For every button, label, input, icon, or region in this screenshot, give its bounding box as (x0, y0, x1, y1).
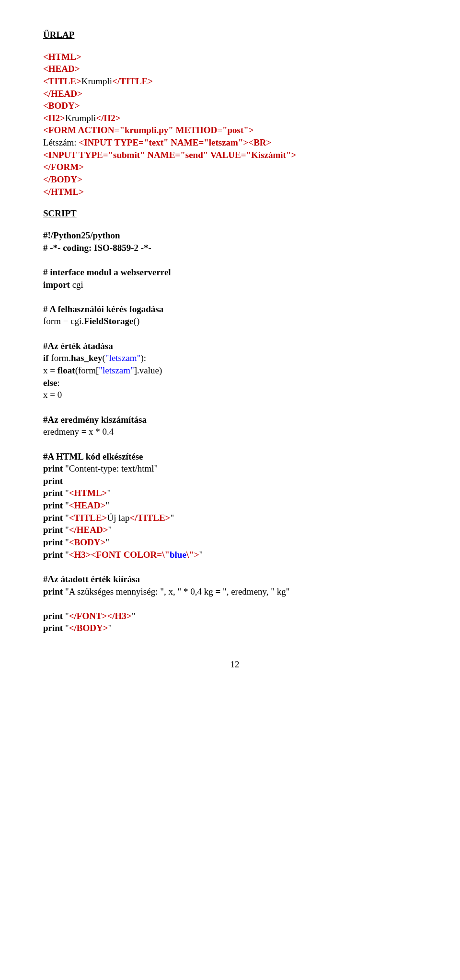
code-line: import cgi (43, 279, 426, 291)
text: " (107, 488, 111, 498)
tag: </TITLE> (129, 513, 170, 523)
code-line: x = float(form["letszam"].value) (43, 364, 426, 377)
code-line: </HEAD> (43, 88, 426, 100)
text: () (134, 316, 140, 326)
code-line: <INPUT TYPE="submit" NAME="send" VALUE="… (43, 149, 426, 161)
code-line: print "</HEAD>" (43, 524, 426, 536)
tag: </H2> (96, 113, 120, 123)
keyword: print (43, 525, 63, 535)
code-line: eredmeny = x * 0.4 (43, 426, 426, 438)
section-heading-script: SCRIPT (43, 207, 426, 220)
code-line: <TITLE>Krumpli</TITLE> (43, 75, 426, 88)
code-line: # interface modul a webserverrel (43, 266, 426, 279)
keyword: print (43, 463, 63, 473)
text: " (63, 537, 69, 547)
string: blue (170, 550, 186, 560)
tag: <HTML> (69, 488, 107, 498)
code-line: print "</FONT></H3>" (43, 610, 426, 622)
keyword: print (43, 550, 63, 560)
code-line: </BODY> (43, 173, 426, 186)
text: " (63, 623, 69, 633)
text: " (105, 500, 109, 510)
code-line: #Az átadott érték kiírása (43, 573, 426, 586)
func: FieldStorage (84, 316, 133, 326)
code-block-html: <HTML> <HEAD> <TITLE>Krumpli</TITLE> </H… (43, 51, 426, 198)
keyword: print (43, 500, 63, 510)
text: ): (140, 353, 146, 363)
keyword: print (43, 513, 63, 523)
keyword: import (43, 280, 70, 290)
code-line: <HTML> (43, 51, 426, 63)
text: ].value) (134, 365, 162, 375)
tag: <HEAD> (69, 500, 106, 510)
keyword: print (43, 537, 63, 547)
tag: <H3><FONT COLOR=\" (69, 550, 170, 560)
keyword: print (43, 586, 63, 597)
text: " (63, 611, 69, 621)
code-line: else: (43, 377, 426, 389)
tag: <INPUT TYPE="text" NAME="letszam"><BR> (79, 137, 271, 147)
func: float (58, 365, 75, 375)
tag: </BODY> (69, 623, 108, 633)
text: x = (43, 365, 58, 375)
text: form. (49, 353, 71, 363)
code-line: # -*- coding: ISO-8859-2 -*- (43, 242, 426, 254)
code-line: form = cgi.FieldStorage() (43, 315, 426, 327)
text: " (170, 513, 174, 523)
section-heading-urlap: ŰRLAP (43, 29, 426, 41)
text: form = cgi. (43, 316, 84, 326)
keyword: print (43, 623, 63, 633)
text: cgi (70, 280, 83, 290)
keyword: print (43, 488, 63, 498)
text: " (132, 611, 136, 621)
text: " (199, 550, 203, 560)
code-line: </FORM> (43, 161, 426, 173)
code-line: x = 0 (43, 389, 426, 401)
text: (form[ (75, 365, 99, 375)
text: Új lap (107, 513, 129, 523)
code-line: <HEAD> (43, 63, 426, 75)
text: " (108, 623, 112, 633)
tag: <BODY> (69, 537, 106, 547)
code-line: if form.has_key("letszam"): (43, 352, 426, 364)
tag: </TITLE> (112, 76, 153, 86)
text: " (63, 513, 69, 523)
code-line: print "A szükséges mennyiség: ", x, " * … (43, 586, 426, 598)
code-line: print "<H3><FONT COLOR=\"blue\">" (43, 549, 426, 561)
text: Krumpli (81, 76, 112, 86)
page-number: 12 (43, 658, 426, 671)
text: "A szükséges mennyiség: ", x, " * 0,4 kg… (63, 586, 289, 597)
code-line: # A felhasználói kérés fogadása (43, 303, 426, 315)
func: has_key (71, 353, 102, 363)
tag: <TITLE> (69, 513, 107, 523)
keyword: else (43, 378, 58, 388)
text: : (58, 378, 60, 388)
keyword: print (43, 611, 63, 621)
code-line: <FORM ACTION="krumpli.py" METHOD="post"> (43, 124, 426, 136)
code-line: #!/Python25/python (43, 229, 426, 242)
text: " (63, 488, 69, 498)
code-line: Létszám: <INPUT TYPE="text" NAME="letsza… (43, 136, 426, 149)
text: " (105, 537, 109, 547)
code-line: print "<HEAD>" (43, 499, 426, 512)
string: "letszam" (99, 365, 134, 375)
text: Létszám: (43, 137, 79, 147)
code-block-script: #!/Python25/python # -*- coding: ISO-885… (43, 229, 426, 634)
text: " (63, 525, 69, 535)
code-line: print "</BODY>" (43, 622, 426, 634)
tag: </HEAD> (69, 525, 108, 535)
code-line: print (43, 475, 426, 487)
code-line: </HTML> (43, 186, 426, 198)
tag: </FONT></H3> (69, 611, 132, 621)
text: " (108, 525, 112, 535)
code-line: <H2>Krumpli</H2> (43, 112, 426, 124)
tag: <TITLE> (43, 76, 81, 86)
code-line: #A HTML kód elkészítése (43, 451, 426, 463)
text: Krumpli (65, 113, 96, 123)
keyword: if (43, 353, 49, 363)
text: " (63, 550, 69, 560)
text: "Content-type: text/html" (63, 463, 158, 473)
code-line: <BODY> (43, 100, 426, 112)
code-line: print "<BODY>" (43, 536, 426, 549)
code-line: print "<TITLE>Új lap</TITLE>" (43, 512, 426, 524)
